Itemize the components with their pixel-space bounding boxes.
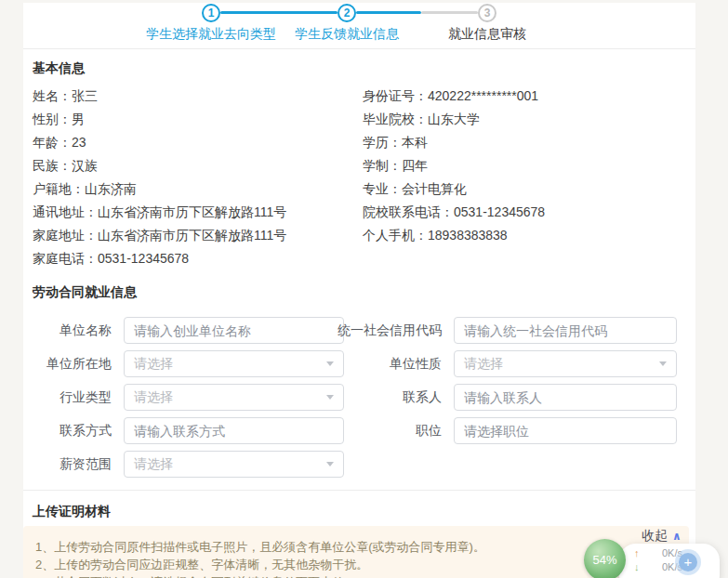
- contract-form-title: 劳动合同就业信息: [33, 284, 137, 301]
- chevron-up-icon: ∧: [672, 530, 682, 543]
- basic-info-left-column: 姓名：张三 性别：男 年龄：23 民族：汉族 户籍地：山东济南 通讯地址：山东省…: [33, 85, 286, 270]
- industry-type-select[interactable]: 请选择: [124, 384, 344, 411]
- step-connector-1-2: [220, 11, 338, 14]
- info-id-number: 身份证号：420222*********001: [363, 85, 545, 108]
- unit-location-label: 单位所在地: [23, 350, 112, 377]
- download-speed-row: ↓ 0K/s: [634, 559, 682, 573]
- info-graduating-school: 毕业院校：山东大学: [363, 108, 545, 131]
- unit-nature-label: 单位性质: [330, 350, 442, 377]
- divider: [23, 48, 695, 49]
- collapse-label: 收起: [642, 528, 668, 543]
- contact-method-label: 联系方式: [23, 417, 112, 444]
- info-household-registration: 户籍地：山东济南: [33, 177, 286, 201]
- select-placeholder: 请选择: [134, 389, 173, 406]
- caret-down-icon: [659, 361, 667, 366]
- arrow-up-icon: ↑: [634, 547, 640, 558]
- upload-speed-row: ↑ 0K/s: [634, 545, 682, 559]
- basic-info-title: 基本信息: [33, 60, 85, 77]
- info-mailing-address: 通讯地址：山东省济南市历下区解放路111号: [33, 201, 286, 224]
- info-major: 专业：会计电算化: [363, 177, 545, 201]
- unit-nature-select[interactable]: 请选择: [454, 350, 677, 377]
- industry-type-label: 行业类型: [23, 384, 112, 411]
- content-card: 1 2 3 学生选择就业去向类型 学生反馈就业信息 就业信息审核 基本信息 姓名…: [23, 3, 695, 578]
- step-2-circle: 2: [338, 4, 356, 22]
- position-label: 职位: [330, 417, 442, 444]
- step-2-label: 学生反馈就业信息: [272, 26, 421, 43]
- info-gender: 性别：男: [33, 108, 286, 131]
- unit-location-select[interactable]: 请选择: [124, 350, 344, 377]
- info-education-level: 学历：本科: [363, 131, 545, 154]
- info-name: 姓名：张三: [33, 85, 286, 108]
- step-3-label: 就业信息审核: [413, 26, 562, 43]
- collapse-button[interactable]: 收起∧: [642, 528, 682, 545]
- step-connector-2-3-wait: [421, 11, 478, 14]
- info-home-phone: 家庭电话：0531-12345678: [33, 247, 286, 270]
- salary-range-select[interactable]: 请选择: [124, 451, 344, 478]
- salary-range-label: 薪资范围: [23, 451, 112, 478]
- step-3-circle: 3: [478, 4, 496, 22]
- contact-person-input[interactable]: [454, 384, 677, 411]
- step-connector-2-3-done: [356, 11, 421, 14]
- upload-section-title: 上传证明材料: [33, 504, 111, 520]
- info-program-length: 学制：四年: [363, 154, 545, 177]
- progress-value: 54%: [592, 553, 616, 567]
- credit-code-input[interactable]: [454, 317, 677, 344]
- unit-name-input[interactable]: [124, 317, 344, 344]
- download-overlay: 收起∧ ↑ 0K/s ↓ 0K/s 54% +: [576, 525, 728, 578]
- info-ethnicity: 民族：汉族: [33, 154, 286, 177]
- select-placeholder: 请选择: [134, 456, 173, 473]
- select-placeholder: 请选择: [134, 356, 173, 373]
- credit-code-label: 统一社会信用代码: [330, 317, 442, 344]
- arrow-down-icon: ↓: [634, 561, 640, 572]
- caret-down-icon: [326, 462, 334, 466]
- divider: [23, 490, 695, 491]
- info-school-phone: 院校联系电话：0531-12345678: [363, 201, 545, 224]
- basic-info-right-column: 身份证号：420222*********001 毕业院校：山东大学 学历：本科 …: [363, 85, 545, 247]
- contact-method-input[interactable]: [124, 417, 344, 444]
- info-age: 年龄：23: [33, 131, 286, 154]
- speed-rows: ↑ 0K/s ↓ 0K/s: [634, 545, 682, 573]
- info-home-address: 家庭地址：山东省济南市历下区解放路111号: [33, 224, 286, 247]
- position-input[interactable]: [454, 417, 677, 444]
- info-personal-mobile: 个人手机：18938383838: [363, 224, 545, 247]
- step-1-label: 学生选择就业去向类型: [137, 26, 285, 43]
- unit-name-label: 单位名称: [23, 317, 112, 344]
- add-button[interactable]: +: [679, 553, 697, 571]
- step-1-circle: 1: [202, 4, 220, 22]
- contact-person-label: 联系人: [330, 384, 442, 411]
- progress-ball[interactable]: 54%: [584, 539, 626, 578]
- select-placeholder: 请选择: [464, 356, 503, 373]
